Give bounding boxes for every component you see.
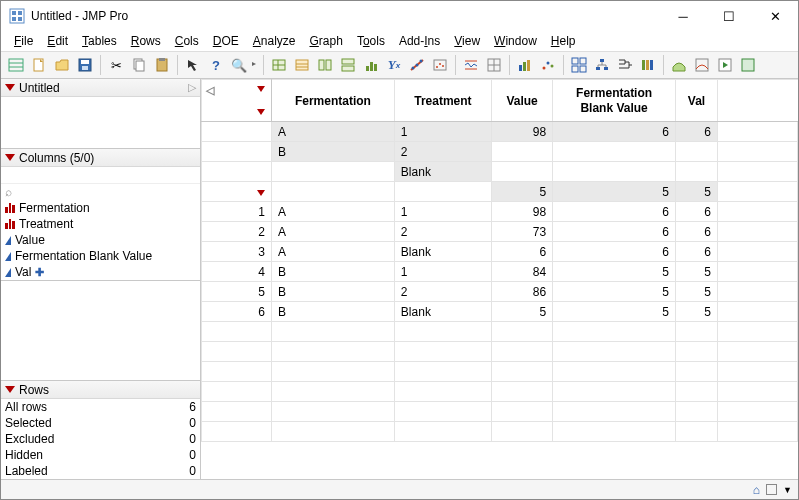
cell[interactable]: B xyxy=(272,262,395,282)
menu-file[interactable]: File xyxy=(7,32,40,50)
menu-window[interactable]: Window xyxy=(487,32,544,50)
cell[interactable]: 2 xyxy=(394,222,491,242)
cell[interactable]: 73 xyxy=(491,222,552,242)
col-header-blank[interactable]: FermentationBlank Value xyxy=(553,80,676,122)
cell[interactable]: 2 xyxy=(394,282,491,302)
cell[interactable] xyxy=(394,182,491,202)
toolbar-grid-icon[interactable] xyxy=(483,54,505,76)
toolbar-tree-icon[interactable] xyxy=(591,54,613,76)
col-header-value[interactable]: Value xyxy=(491,80,552,122)
cell[interactable]: 1 xyxy=(394,262,491,282)
cell[interactable] xyxy=(676,162,718,182)
toolbar-help-icon[interactable]: ? xyxy=(205,54,227,76)
menu-addins[interactable]: Add-Ins xyxy=(392,32,447,50)
menu-help[interactable]: Help xyxy=(544,32,583,50)
cell[interactable]: 6 xyxy=(676,202,718,222)
menu-tools[interactable]: Tools xyxy=(350,32,392,50)
toolbar-last-icon[interactable] xyxy=(737,54,759,76)
col-header-fermentation[interactable]: Fermentation xyxy=(272,80,395,122)
toolbar-run-icon[interactable] xyxy=(714,54,736,76)
column-item[interactable]: Value xyxy=(1,232,200,248)
menu-analyze[interactable]: Analyze xyxy=(246,32,303,50)
close-button[interactable]: ✕ xyxy=(752,1,798,31)
cell[interactable]: 5 xyxy=(676,302,718,322)
cell[interactable]: 6 xyxy=(676,242,718,262)
data-row[interactable]: 4B18455 xyxy=(202,262,798,282)
summary-row[interactable]: 555 xyxy=(202,182,798,202)
cell[interactable] xyxy=(676,142,718,162)
cell[interactable]: B xyxy=(272,302,395,322)
empty-row[interactable] xyxy=(202,402,798,422)
cell[interactable]: 5 xyxy=(553,302,676,322)
cell[interactable]: A xyxy=(272,242,395,262)
cell[interactable] xyxy=(272,162,395,182)
red-triangle-icon[interactable] xyxy=(257,86,265,92)
row-stat[interactable]: Selected0 xyxy=(1,415,200,431)
cell[interactable]: 5 xyxy=(491,182,552,202)
toolbar-arrow-icon[interactable] xyxy=(182,54,204,76)
toolbar-dendro-icon[interactable] xyxy=(614,54,636,76)
toolbar-scatter-icon[interactable] xyxy=(537,54,559,76)
empty-row[interactable] xyxy=(202,362,798,382)
row-number[interactable]: 3 xyxy=(202,242,272,262)
row-stat[interactable]: Hidden0 xyxy=(1,447,200,463)
menu-doe[interactable]: DOE xyxy=(206,32,246,50)
toolbar-copy-icon[interactable] xyxy=(128,54,150,76)
menu-tables[interactable]: Tables xyxy=(75,32,124,50)
data-row[interactable]: 5B28655 xyxy=(202,282,798,302)
row-stat[interactable]: Excluded0 xyxy=(1,431,200,447)
toolbar-open-icon[interactable] xyxy=(51,54,73,76)
toolbar-surface-icon[interactable] xyxy=(668,54,690,76)
toolbar-table3-icon[interactable] xyxy=(314,54,336,76)
toolbar-new-icon[interactable] xyxy=(28,54,50,76)
toolbar-save-icon[interactable] xyxy=(74,54,96,76)
toolbar-paste-icon[interactable] xyxy=(151,54,173,76)
cell[interactable]: 6 xyxy=(553,122,676,142)
col-header-val[interactable]: Val xyxy=(676,80,718,122)
left-arrow-icon[interactable]: ◁ xyxy=(206,84,214,97)
cell[interactable]: B xyxy=(272,142,395,162)
cell[interactable]: 6 xyxy=(553,242,676,262)
cell[interactable] xyxy=(491,162,552,182)
menu-edit[interactable]: Edit xyxy=(40,32,75,50)
toolbar-gb-icon[interactable] xyxy=(514,54,536,76)
toolbar-profiler-icon[interactable] xyxy=(691,54,713,76)
toolbar-model-icon[interactable] xyxy=(429,54,451,76)
cell[interactable]: 98 xyxy=(491,202,552,222)
menu-graph[interactable]: Graph xyxy=(303,32,350,50)
summary-row[interactable]: A19866 xyxy=(202,122,798,142)
summary-row[interactable]: Blank xyxy=(202,162,798,182)
toolbar-table1-icon[interactable] xyxy=(268,54,290,76)
row-number[interactable]: 1 xyxy=(202,202,272,222)
cell[interactable]: 5 xyxy=(676,182,718,202)
maximize-button[interactable]: ☐ xyxy=(706,1,752,31)
summary-row[interactable]: B2 xyxy=(202,142,798,162)
cell[interactable]: 6 xyxy=(676,222,718,242)
expand-icon[interactable]: ▷ xyxy=(188,81,196,94)
cell[interactable]: 5 xyxy=(553,182,676,202)
table-panel-header[interactable]: Untitled ▷ xyxy=(1,79,200,97)
cell[interactable]: A xyxy=(272,202,395,222)
cell[interactable]: 6 xyxy=(553,202,676,222)
column-search-input[interactable] xyxy=(1,167,200,184)
cell[interactable]: 5 xyxy=(676,282,718,302)
empty-row[interactable] xyxy=(202,322,798,342)
home-icon[interactable]: ⌂ xyxy=(753,483,760,497)
cell[interactable]: 6 xyxy=(553,222,676,242)
toolbar-zoom-icon[interactable]: 🔍 xyxy=(228,54,250,76)
red-triangle-icon[interactable] xyxy=(257,109,265,115)
cell[interactable]: Blank xyxy=(394,302,491,322)
red-triangle-icon[interactable] xyxy=(5,154,15,161)
cell[interactable]: Blank xyxy=(394,162,491,182)
column-item[interactable]: Fermentation Blank Value xyxy=(1,248,200,264)
cell[interactable]: 84 xyxy=(491,262,552,282)
toolbar-cut-icon[interactable]: ✂ xyxy=(105,54,127,76)
cell[interactable] xyxy=(272,182,395,202)
toolbar-table2-icon[interactable] xyxy=(291,54,313,76)
row-number[interactable]: 5 xyxy=(202,282,272,302)
menu-view[interactable]: View xyxy=(447,32,487,50)
red-triangle-icon[interactable] xyxy=(5,84,15,91)
cell[interactable]: 98 xyxy=(491,122,552,142)
data-row[interactable]: 6BBlank555 xyxy=(202,302,798,322)
grid-corner[interactable]: ◁ xyxy=(202,80,272,122)
